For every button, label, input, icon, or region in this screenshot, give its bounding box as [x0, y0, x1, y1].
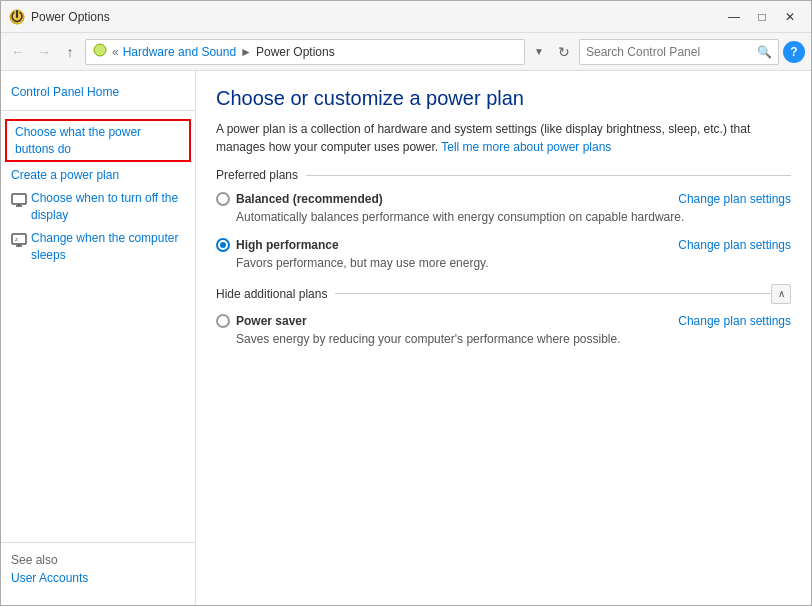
page-title: Choose or customize a power plan: [216, 87, 791, 110]
sidebar-item-turn-off-display[interactable]: Choose when to turn off the display: [1, 187, 195, 227]
back-button[interactable]: ←: [7, 41, 29, 63]
main-layout: Control Panel Home Choose what the power…: [1, 71, 811, 605]
plan-desc-high-performance: Favors performance, but may use more ene…: [236, 255, 791, 272]
minimize-button[interactable]: —: [721, 7, 747, 27]
preferred-plans-divider: [306, 175, 791, 176]
sidebar-item-create-plan[interactable]: Create a power plan: [1, 164, 195, 187]
svg-rect-2: [12, 194, 26, 204]
app-icon: [9, 9, 25, 25]
search-input[interactable]: [586, 45, 757, 59]
change-plan-link-balanced[interactable]: Change plan settings: [678, 192, 791, 206]
breadcrumb-arrow: ►: [240, 45, 252, 59]
preferred-plans-label: Preferred plans: [216, 168, 298, 182]
refresh-button[interactable]: ↻: [553, 41, 575, 63]
breadcrumb-current: Power Options: [256, 45, 335, 59]
plan-header-power-saver: Power saver Change plan settings: [216, 314, 791, 328]
window-title: Power Options: [31, 10, 721, 24]
breadcrumb-dropdown-button[interactable]: ▼: [529, 39, 549, 65]
plan-item-power-saver: Power saver Change plan settings Saves e…: [216, 314, 791, 348]
plan-item-high-performance: High performance Change plan settings Fa…: [216, 238, 791, 272]
search-box: 🔍: [579, 39, 779, 65]
plan-label-row-balanced: Balanced (recommended): [216, 192, 383, 206]
sidebar-bottom: See also User Accounts: [1, 542, 195, 595]
breadcrumb-parent[interactable]: Hardware and Sound: [123, 45, 236, 59]
help-button[interactable]: ?: [783, 41, 805, 63]
additional-plans-divider: [335, 293, 771, 294]
change-plan-link-high-performance[interactable]: Change plan settings: [678, 238, 791, 252]
breadcrumb-separator: «: [112, 45, 119, 59]
breadcrumb-icon: [92, 42, 108, 61]
power-plans-link[interactable]: Tell me more about power plans: [441, 140, 611, 154]
plan-header-high-performance: High performance Change plan settings: [216, 238, 791, 252]
main-window: Power Options — □ ✕ ← → ↑ « Hardware and…: [0, 0, 812, 606]
change-plan-link-power-saver[interactable]: Change plan settings: [678, 314, 791, 328]
plan-item-balanced: Balanced (recommended) Change plan setti…: [216, 192, 791, 226]
additional-plans-label: Hide additional plans: [216, 287, 327, 301]
sleep-icon: z: [11, 232, 27, 253]
address-bar: ← → ↑ « Hardware and Sound ► Power Optio…: [1, 33, 811, 71]
display-icon: [11, 192, 27, 213]
plan-name-power-saver: Power saver: [236, 314, 307, 328]
radio-high-performance[interactable]: [216, 238, 230, 252]
see-also-label: See also: [11, 553, 185, 567]
preferred-plans-section: Preferred plans: [216, 168, 791, 182]
plan-header-balanced: Balanced (recommended) Change plan setti…: [216, 192, 791, 206]
close-button[interactable]: ✕: [777, 7, 803, 27]
sidebar: Control Panel Home Choose what the power…: [1, 71, 196, 605]
sidebar-item-computer-sleeps-label: Change when the computer sleeps: [31, 230, 185, 264]
forward-button[interactable]: →: [33, 41, 55, 63]
svg-text:z: z: [15, 236, 18, 242]
svg-point-1: [94, 44, 106, 56]
collapse-additional-plans-button[interactable]: ∧: [771, 284, 791, 304]
up-button[interactable]: ↑: [59, 41, 81, 63]
window-controls: — □ ✕: [721, 7, 803, 27]
sidebar-item-computer-sleeps[interactable]: z Change when the computer sleeps: [1, 227, 195, 267]
plan-label-row-high-performance: High performance: [216, 238, 339, 252]
sidebar-item-power-buttons[interactable]: Choose what the power buttons do: [5, 119, 191, 163]
plan-label-row-power-saver: Power saver: [216, 314, 307, 328]
plan-name-high-performance: High performance: [236, 238, 339, 252]
plan-name-balanced: Balanced (recommended): [236, 192, 383, 206]
sidebar-item-turn-off-display-label: Choose when to turn off the display: [31, 190, 185, 224]
breadcrumb: « Hardware and Sound ► Power Options: [85, 39, 525, 65]
plan-desc-balanced: Automatically balances performance with …: [236, 209, 791, 226]
description-text: A power plan is a collection of hardware…: [216, 120, 791, 156]
additional-plans-section: Hide additional plans ∧: [216, 284, 791, 304]
radio-balanced[interactable]: [216, 192, 230, 206]
user-accounts-link[interactable]: User Accounts: [11, 571, 185, 585]
content-area: Choose or customize a power plan A power…: [196, 71, 811, 605]
radio-power-saver[interactable]: [216, 314, 230, 328]
sidebar-item-home[interactable]: Control Panel Home: [1, 81, 195, 104]
sidebar-item-power-buttons-label: Choose what the power buttons do: [15, 125, 141, 156]
search-icon: 🔍: [757, 45, 772, 59]
title-bar: Power Options — □ ✕: [1, 1, 811, 33]
plan-desc-power-saver: Saves energy by reducing your computer's…: [236, 331, 791, 348]
maximize-button[interactable]: □: [749, 7, 775, 27]
